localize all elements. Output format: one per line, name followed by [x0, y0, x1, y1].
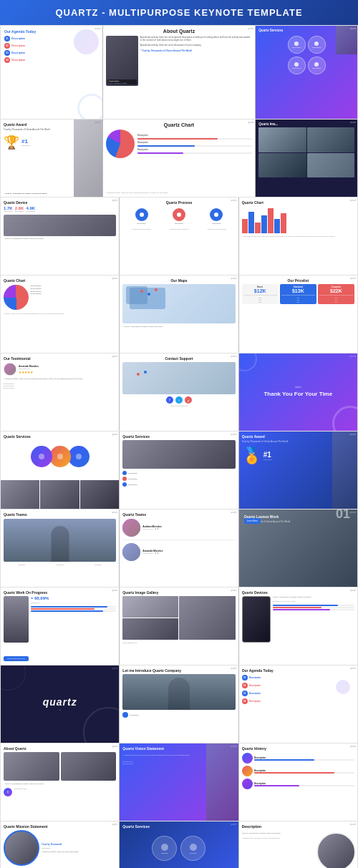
row-1: Our Agenda Today 01 Description 02 Descr… [1, 26, 357, 119]
device-title: Quartz Device [4, 200, 116, 205]
slide-process[interactable]: Quartz Process Description Description [120, 198, 238, 275]
slide-maps[interactable]: Our Maps " Trust by Thousands of Clients… [120, 275, 238, 353]
slide-devices2[interactable]: Quartz Devices Trust by Thousands of Cli… [239, 587, 357, 665]
row-10: About Quartz " Trust by Thousands of Cli… [1, 743, 357, 821]
slide-services3[interactable]: Quartz Services Description Description [120, 431, 238, 509]
slide-teams2[interactable]: Quartz Teams Andara Morales Social Media… [120, 509, 238, 587]
image-title: Quartz Ima... [258, 122, 354, 126]
slide-vision[interactable]: Quartz Vision Statement A particular act… [120, 743, 238, 821]
teams-title: Quartz Teams [4, 512, 116, 517]
progress-title: Quartz Work On Progress [4, 590, 116, 595]
testimonial-title: Our Testimonial [4, 356, 116, 361]
slide-testimonial[interactable]: Our Testimonial Amanda Morales Rue Ellem… [1, 353, 119, 431]
slide-mission[interactable]: Quartz Mission Statement Trust by Thousa… [1, 821, 119, 868]
slide-history[interactable]: Quartz History Description Description [239, 743, 357, 821]
intro-title: Let me Introduce Quartz Company [122, 668, 235, 673]
row-9: quartz ™ quartz Let me Introduce Quartz … [1, 665, 357, 743]
contact-title: Contact Support [122, 356, 235, 361]
slide-services-large[interactable]: Quartz Services Description Description [256, 26, 357, 119]
slide-lastest[interactable]: Quartz Lastest Work Trust by Thousands o… [239, 509, 357, 587]
about2-title: About Quartz [4, 746, 116, 751]
slide-award[interactable]: Quartz Award Trust by Thousands of Clien… [1, 120, 102, 197]
row-6: Quartz Services [1, 431, 357, 509]
row-2: Quartz Award Trust by Thousands of Clien… [1, 120, 357, 197]
maps-title: Our Maps [122, 278, 235, 283]
slide-pricelist[interactable]: Our Pricelist Basic $12K ItemItemItem St… [239, 275, 357, 353]
chart-title: Quartz Chart [106, 122, 253, 127]
slide-desc[interactable]: Description Trust by Thousands of Client… [239, 821, 357, 868]
slide-agenda2[interactable]: Our Agenda Today 01 Description 02 Descr… [239, 665, 357, 743]
slide-about-large[interactable]: About Quartz " Description Trust by Thou… [103, 26, 256, 119]
teams2-title: Quartz Teams [122, 512, 235, 517]
quartz-logo-label: quartz [295, 386, 301, 389]
slide-gallery2[interactable]: Quartz Image Gallery quartz.webmaster.co… [120, 587, 238, 665]
devices2-title: Quartz Devices [242, 590, 354, 595]
slide-services-blue[interactable]: Quartz Services Description Description … [120, 821, 238, 868]
services2-title: Quartz Services [4, 434, 116, 439]
slide-award-blue[interactable]: Quartz Award Trust by Thousands of Clien… [239, 431, 357, 509]
slide-intro[interactable]: Let me Introduce Quartz Company Descript… [120, 665, 238, 743]
slide-chart-small[interactable]: Quartz Chart A particular activity, ther… [239, 198, 357, 275]
row-8: Quartz Work On Progress ≈ 98,99% Descrip… [1, 587, 357, 665]
process-title: Quartz Process [122, 200, 235, 205]
slide-chart2[interactable]: Quartz Chart ● Description ● Description… [1, 275, 119, 353]
chart-small-title: Quartz Chart [242, 200, 354, 205]
services3-title: Quartz Services [122, 434, 235, 439]
desc-title: Description [242, 824, 354, 829]
slide-teams[interactable]: Quartz Teams Description Description Des… [1, 509, 119, 587]
slide-contact[interactable]: Contact Support f t g Keep in touch with… [120, 353, 238, 431]
slide-chart-large[interactable]: Quartz Chart Description Description Des… [103, 120, 256, 197]
header-title: QUARTZ - MULTIPURPOSE KEYNOTE TEMPLATE [55, 7, 302, 18]
thankyou-text: Thank You For Your Time [263, 391, 332, 398]
slide-logo[interactable]: quartz ™ quartz [1, 665, 119, 743]
slide-image-right[interactable]: Quartz Ima... quartz [256, 120, 357, 197]
agenda2-title: Our Agenda Today [242, 668, 354, 673]
mission-title: Quartz Mission Statement [4, 824, 116, 829]
chart2-title: Quartz Chart [4, 278, 116, 283]
slides-container: Our Agenda Today 01 Description 02 Descr… [0, 25, 358, 868]
quartz-big-logo: quartz [43, 696, 77, 708]
history-title: Quartz History [242, 746, 354, 751]
slide-agenda-large[interactable]: Our Agenda Today 01 Description 02 Descr… [1, 26, 102, 119]
row-3: Quartz Device 1.7K Description 2.6K Desc… [1, 198, 357, 275]
row-4: Quartz Chart ● Description ● Description… [1, 275, 357, 353]
about-title: About Quartz [106, 29, 253, 34]
row-5: Our Testimonial Amanda Morales Rue Ellem… [1, 353, 357, 431]
slide-about2[interactable]: About Quartz " Trust by Thousands of Cli… [1, 743, 119, 821]
gallery2-title: Quartz Image Gallery [122, 590, 235, 595]
slide-device[interactable]: Quartz Device 1.7K Description 2.6K Desc… [1, 198, 119, 275]
slide-progress[interactable]: Quartz Work On Progress ≈ 98,99% Descrip… [1, 587, 119, 665]
slide-thankyou[interactable]: quartz Thank You For Your Time quartz [239, 353, 357, 431]
slide-services2[interactable]: Quartz Services [1, 431, 119, 509]
page-header: QUARTZ - MULTIPURPOSE KEYNOTE TEMPLATE [0, 0, 358, 25]
services-blue-title: Quartz Services [122, 824, 235, 829]
pricelist-title: Our Pricelist [242, 278, 354, 283]
row-7: Quartz Teams Description Description Des… [1, 509, 357, 587]
row-11: Quartz Mission Statement Trust by Thousa… [1, 821, 357, 868]
